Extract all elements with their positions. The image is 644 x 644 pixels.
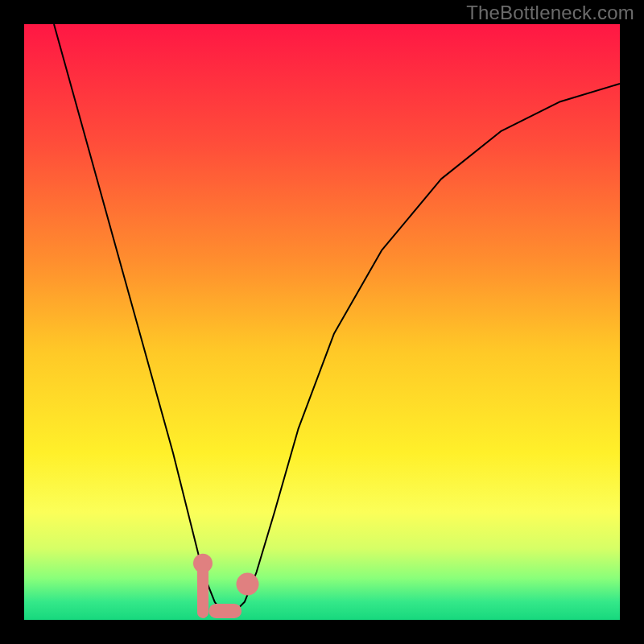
- watermark-text: TheBottleneck.com: [466, 2, 634, 24]
- marker-left-dot: [193, 554, 213, 573]
- marker-bar: [208, 604, 242, 618]
- marker-right-blob: [237, 573, 259, 596]
- chart-frame: TheBottleneck.com: [0, 0, 644, 644]
- gradient-background: [24, 24, 620, 620]
- chart-svg: [24, 24, 620, 620]
- plot-area: [24, 24, 620, 620]
